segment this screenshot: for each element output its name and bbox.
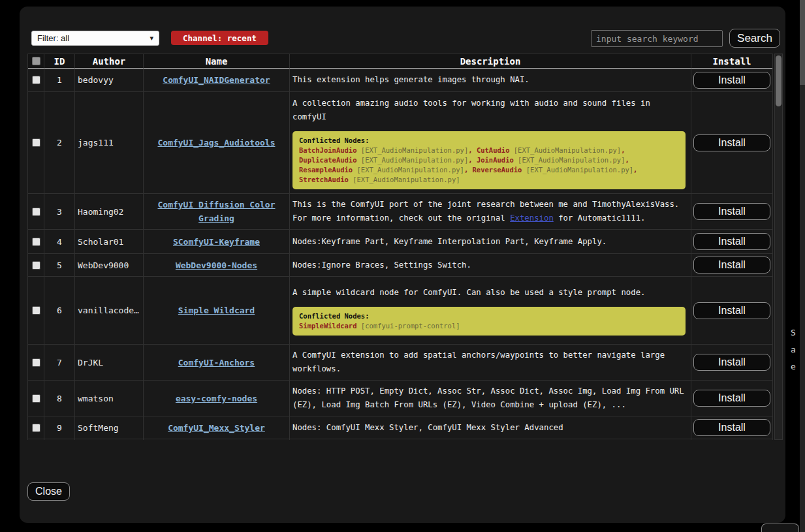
description-text: A simple wildcard node for ComfyUI. Can … [292,286,687,300]
row-name-cell: ComfyUI Yolov8 [144,439,290,440]
row-name-link[interactable]: ComfyUI_NAIDGenerator [163,73,270,87]
row-checkbox[interactable] [32,394,40,403]
header-checkbox-cell [28,54,44,69]
description-link[interactable]: Extension [510,213,554,223]
table-row: 1bedovyyComfyUI_NAIDGeneratorThis extens… [28,69,772,92]
row-description: Nodes:Ignore Braces, Settings Switch. [290,254,691,277]
row-description: Nodes: HTTP POST, Empty Dict, Assoc Str,… [290,381,691,416]
conflict-node-source: [EXT_AudioManipulation.py] [357,166,464,174]
row-author: zcfrank1st [75,439,144,440]
conflict-node-source: [EXT_AudioManipulation.py] [361,146,468,154]
row-checkbox-cell [28,254,44,277]
row-checkbox[interactable] [32,261,40,270]
search-input[interactable] [591,30,723,47]
conflict-separator: , [468,146,477,154]
conflict-node-name: CutAudio [477,146,510,154]
background-clipped-text: Sae [788,324,798,375]
conflict-node-source: [EXT_AudioManipulation.py] [353,176,460,183]
row-name-link[interactable]: ComfyUI_Jags_Audiotools [157,136,275,149]
page-scrollbar-thumb[interactable] [800,0,805,85]
row-checkbox-cell [28,345,44,381]
row-author: WebDev9000 [75,254,144,277]
row-checkbox[interactable] [32,424,40,432]
row-checkbox-cell [28,381,44,416]
install-button[interactable]: Install [693,354,770,371]
install-button[interactable]: Install [693,257,770,274]
table-row: 8wmatsoneasy-comfy-nodesNodes: HTTP POST… [28,381,772,416]
row-description: A collection amazing audio tools for wor… [290,92,691,194]
install-cell: Install [691,416,772,439]
row-description: Nodes: Yolov8Detection, Yolov8Segmentati… [290,439,691,440]
install-button[interactable]: Install [693,419,770,436]
install-cell: Install [691,277,772,345]
chevron-down-icon: ▾ [150,34,153,42]
row-author: jags111 [75,92,144,194]
row-name-link[interactable]: easy-comfy-nodes [176,392,257,405]
search-button[interactable]: Search [729,29,780,48]
col-header-name: Name [144,54,290,69]
table-row: 3Haoming02ComfyUI Diffusion Color Gradin… [28,194,772,230]
row-checkbox-cell [28,194,44,230]
row-name-cell: Simple Wildcard [144,277,290,345]
row-id: 2 [44,92,75,194]
screen: Filter: all ▾ Channel: recent Search IDA… [0,0,805,532]
install-button[interactable]: Install [693,233,770,250]
description-text: A collection amazing audio tools for wor… [292,97,687,124]
row-description: A simple wildcard node for ComfyUI. Can … [290,277,691,345]
close-button[interactable]: Close [27,482,70,501]
conflict-node-source: [EXT_AudioManipulation.py] [514,146,621,154]
row-name-link[interactable]: WebDev9000-Nodes [176,258,257,272]
row-description: This is the ComfyUI port of the joint re… [290,194,691,230]
row-description: Nodes: ComfyUI Mexx Styler, ComfyUI Mexx… [290,416,691,439]
row-author: wmatson [75,381,144,416]
row-author: Haoming02 [75,194,144,230]
row-checkbox[interactable] [32,138,40,147]
install-button[interactable]: Install [693,134,770,151]
row-name-link[interactable]: SComfyUI-Keyframe [173,235,260,249]
row-checkbox-cell [28,277,44,345]
row-checkbox[interactable] [32,306,40,315]
row-name-link[interactable]: ComfyUI Diffusion Color Grading [146,198,287,225]
row-name-link[interactable]: Simple Wildcard [178,304,255,317]
col-header-description: Description [290,54,691,69]
install-cell: Install [691,194,772,230]
row-name-cell: easy-comfy-nodes [144,381,290,416]
col-header-install: Install [691,54,772,69]
filter-select[interactable]: Filter: all ▾ [31,31,159,46]
install-cell: Install [691,345,772,381]
background-partial-button [761,524,799,532]
col-header-author: Author [75,54,144,69]
row-id: 5 [44,254,75,277]
row-checkbox[interactable] [32,208,40,216]
row-checkbox[interactable] [32,358,40,367]
conflict-node-name: JoinAudio [477,156,514,164]
row-name-cell: ComfyUI_Mexx_Styler [144,416,290,439]
table-scrollbar-thumb[interactable] [776,55,781,106]
row-id: 1 [44,69,75,92]
row-id: 8 [44,381,75,416]
install-button[interactable]: Install [693,72,770,89]
conflict-node-name: SimpleWildcard [299,322,357,330]
row-id: 10 [44,439,75,440]
row-checkbox[interactable] [32,238,40,246]
select-all-checkbox[interactable] [32,57,40,65]
conflict-separator: , [464,166,473,174]
conflict-title: Conflicted Nodes: [299,311,679,321]
install-button[interactable]: Install [693,302,770,319]
row-name-cell: ComfyUI-Anchors [144,345,290,381]
page-scrollbar[interactable] [800,0,805,532]
install-button[interactable]: Install [693,390,770,407]
install-cell: Install [691,230,772,254]
table-row: 7DrJKLComfyUI-AnchorsA ComfyUI extension… [28,345,772,381]
table-scrollbar[interactable] [774,54,783,440]
row-name-link[interactable]: ComfyUI-Anchors [178,356,255,369]
conflict-node-name: StretchAudio [299,176,349,183]
table-row: 4Scholar01SComfyUI-KeyframeNodes:Keyfram… [28,230,772,254]
row-checkbox-cell [28,416,44,439]
row-checkbox[interactable] [32,76,40,84]
row-name-link[interactable]: ComfyUI_Mexx_Styler [168,421,265,435]
install-button[interactable]: Install [693,203,770,220]
conflict-node-source: [comfyui-prompt-control] [361,322,460,330]
row-name-cell: WebDev9000-Nodes [144,254,290,277]
row-checkbox-cell [28,92,44,194]
